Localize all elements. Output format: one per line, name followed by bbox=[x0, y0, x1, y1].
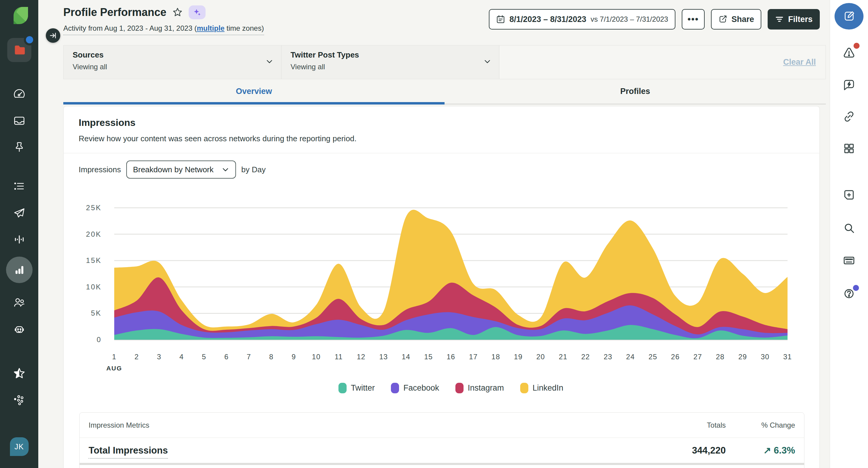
alerts-button[interactable] bbox=[841, 45, 857, 60]
legend-swatch bbox=[456, 383, 464, 393]
left-sidebar: JK bbox=[0, 0, 38, 468]
legend-label: LinkedIn bbox=[532, 383, 563, 393]
y-axis: 05K10K15K20K25K bbox=[64, 199, 109, 349]
granularity-label: by Day bbox=[241, 165, 266, 174]
legend-swatch bbox=[391, 383, 399, 393]
pin-icon[interactable] bbox=[12, 140, 26, 154]
tab-overview[interactable]: Overview bbox=[63, 79, 444, 104]
x-tick-label: 14 bbox=[397, 353, 415, 361]
metric-label: Impressions bbox=[79, 165, 121, 174]
date-range-button[interactable]: 8/1/2023 – 8/31/2023 vs 7/1/2023 – 7/31/… bbox=[489, 9, 675, 30]
x-tick-label: 9 bbox=[285, 353, 303, 361]
compose-button[interactable] bbox=[835, 3, 864, 30]
x-tick-label: 29 bbox=[734, 353, 752, 361]
impressions-description: Review how your content was seen across … bbox=[79, 134, 356, 143]
star-icon[interactable] bbox=[12, 367, 26, 380]
main-content: Profile Performance Activity from Aug 1,… bbox=[38, 0, 830, 468]
page-title: Profile Performance bbox=[63, 6, 166, 19]
legend-label: Facebook bbox=[403, 383, 439, 393]
ai-sparkle-icon[interactable] bbox=[189, 5, 206, 19]
x-tick-label: 8 bbox=[262, 353, 280, 361]
chevron-down-icon bbox=[484, 58, 491, 67]
x-tick-label: 7 bbox=[240, 353, 258, 361]
x-tick-label: 1 bbox=[105, 353, 123, 361]
x-tick-label: 12 bbox=[352, 353, 370, 361]
keyboard-button[interactable] bbox=[841, 253, 857, 268]
alert-badge bbox=[854, 43, 860, 49]
paper-plane-icon[interactable] bbox=[12, 206, 26, 220]
legend-item-instagram[interactable]: Instagram bbox=[456, 383, 504, 393]
clear-all-link[interactable]: Clear All bbox=[783, 58, 816, 67]
y-tick-label: 10K bbox=[71, 282, 101, 292]
x-tick-label: 30 bbox=[756, 353, 774, 361]
x-tick-label: 16 bbox=[442, 353, 460, 361]
x-tick-label: 3 bbox=[150, 353, 168, 361]
sources-filter[interactable]: Sources Viewing all bbox=[64, 45, 281, 79]
legend-label: Instagram bbox=[468, 383, 504, 393]
x-tick-label: 5 bbox=[195, 353, 213, 361]
bar-chart-icon-active[interactable] bbox=[6, 257, 33, 283]
x-tick-label: 24 bbox=[621, 353, 640, 361]
col-percent-change: % Change bbox=[726, 421, 795, 430]
y-tick-label: 0 bbox=[71, 335, 101, 344]
feedback-button[interactable] bbox=[841, 77, 857, 92]
x-tick-label: 22 bbox=[577, 353, 595, 361]
month-label: AUG bbox=[105, 365, 123, 372]
total-impressions-link[interactable]: Total Impressions bbox=[89, 445, 168, 459]
x-tick-label: 19 bbox=[509, 353, 527, 361]
x-tick-label: 31 bbox=[778, 353, 797, 361]
speedometer-icon[interactable] bbox=[12, 87, 26, 101]
chart-legend: TwitterFacebookInstagramLinkedIn bbox=[114, 383, 787, 393]
breakdown-select[interactable]: Breakdown by Network bbox=[126, 161, 236, 178]
help-button[interactable] bbox=[841, 286, 857, 301]
legend-item-linkedin[interactable]: LinkedIn bbox=[520, 383, 563, 393]
notification-dot bbox=[26, 36, 33, 43]
people-icon[interactable] bbox=[12, 296, 26, 310]
sprout-leaf-logo[interactable] bbox=[9, 5, 29, 25]
link-button[interactable] bbox=[841, 109, 857, 124]
list-icon[interactable] bbox=[12, 179, 26, 193]
post-types-value: Viewing all bbox=[290, 63, 499, 71]
dots-cluster-icon[interactable] bbox=[12, 393, 26, 407]
x-tick-label: 28 bbox=[711, 353, 730, 361]
x-tick-label: 13 bbox=[375, 353, 393, 361]
impression-metrics-table: Impression Metrics Totals % Change Total… bbox=[79, 412, 804, 468]
x-axis: 1234567891011121314151617181920212223242… bbox=[114, 353, 787, 365]
x-tick-label: 26 bbox=[666, 353, 684, 361]
y-tick-label: 5K bbox=[71, 308, 101, 318]
robot-icon[interactable] bbox=[12, 322, 26, 336]
legend-swatch bbox=[520, 383, 528, 393]
filter-bar: Sources Viewing all Twitter Post Types V… bbox=[63, 45, 826, 79]
x-tick-label: 2 bbox=[127, 353, 146, 361]
table-header: Impression Metrics Totals % Change bbox=[80, 412, 804, 438]
search-button[interactable] bbox=[841, 221, 857, 235]
note-add-button[interactable] bbox=[841, 188, 857, 203]
multiple-timezones-link[interactable]: multiple bbox=[197, 24, 224, 32]
legend-item-facebook[interactable]: Facebook bbox=[391, 383, 439, 393]
sources-label: Sources bbox=[73, 50, 281, 60]
legend-item-twitter[interactable]: Twitter bbox=[338, 383, 375, 393]
avatar[interactable]: JK bbox=[10, 437, 29, 456]
impressions-chart[interactable] bbox=[114, 199, 787, 349]
sources-value: Viewing all bbox=[73, 63, 281, 71]
table-row: Total Impressions 344,220 ↗ 6.3% bbox=[80, 438, 804, 465]
filters-button[interactable]: Filters bbox=[768, 9, 820, 30]
inbox-icon[interactable] bbox=[12, 114, 26, 128]
waveform-icon[interactable] bbox=[12, 233, 26, 246]
x-tick-label: 25 bbox=[644, 353, 662, 361]
chevron-down-icon bbox=[266, 58, 273, 67]
expand-sidebar-button[interactable] bbox=[46, 28, 60, 43]
total-impressions-value: 344,220 bbox=[672, 445, 726, 456]
more-options-button[interactable]: ••• bbox=[682, 9, 705, 30]
x-tick-label: 10 bbox=[307, 353, 325, 361]
x-tick-label: 17 bbox=[464, 353, 482, 361]
grid-button[interactable] bbox=[841, 141, 857, 156]
share-button[interactable]: Share bbox=[711, 9, 761, 30]
twitter-post-types-filter[interactable]: Twitter Post Types Viewing all bbox=[281, 45, 499, 79]
favorite-star-icon[interactable] bbox=[173, 7, 183, 18]
profile-performance-screen: JK bbox=[0, 0, 868, 468]
post-types-label: Twitter Post Types bbox=[290, 50, 499, 60]
x-tick-label: 20 bbox=[532, 353, 550, 361]
x-tick-label: 6 bbox=[217, 353, 236, 361]
tab-profiles[interactable]: Profiles bbox=[444, 79, 826, 104]
